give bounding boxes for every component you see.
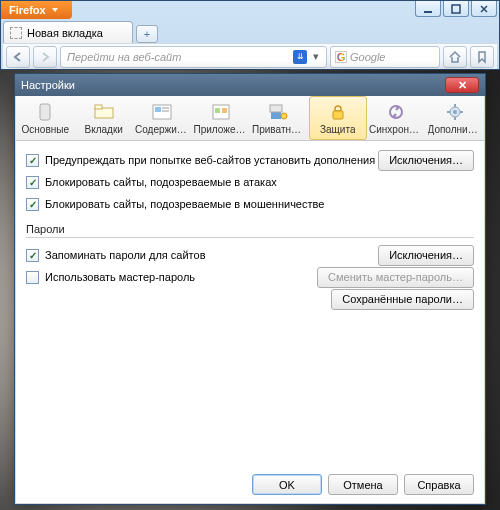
svg-rect-0: [424, 11, 432, 13]
security-icon: [326, 102, 350, 122]
pane-security[interactable]: Защита: [309, 96, 368, 140]
privacy-icon: [267, 102, 291, 122]
window-minimize-button[interactable]: [415, 1, 441, 17]
svg-rect-1: [452, 5, 460, 13]
svg-point-16: [390, 106, 402, 118]
general-icon: [33, 102, 57, 122]
cancel-button[interactable]: Отмена: [328, 474, 398, 495]
bookmarks-button[interactable]: [470, 46, 494, 68]
nav-toolbar: Перейти на веб-сайт ⇊ ▾ G Google: [3, 43, 497, 69]
passwords-section-label: Пароли: [26, 223, 474, 235]
label-remember-passwords: Запоминать пароли для сайтов: [45, 249, 206, 261]
tabs-icon: [92, 102, 116, 122]
svg-rect-4: [95, 105, 102, 109]
tab-label: Новая вкладка: [27, 27, 103, 39]
tab-strip: Новая вкладка +: [3, 21, 497, 43]
apps-icon: [209, 102, 233, 122]
exceptions-addons-button[interactable]: Исключения…: [378, 150, 474, 171]
feed-icon[interactable]: ⇊: [293, 50, 307, 64]
search-bar[interactable]: G Google: [330, 46, 440, 68]
search-placeholder: Google: [350, 51, 385, 63]
dropdown-icon[interactable]: ▾: [309, 50, 323, 64]
svg-rect-13: [270, 105, 282, 112]
firefox-window-chrome: Firefox Новая вкладка + Перейти на веб-с…: [0, 0, 500, 70]
exceptions-passwords-button[interactable]: Исключения…: [378, 245, 474, 266]
label-block-attack: Блокировать сайты, подозреваемые в атака…: [45, 176, 277, 188]
pane-general[interactable]: Основные: [16, 96, 75, 140]
svg-rect-2: [40, 104, 50, 120]
forward-button[interactable]: [33, 46, 57, 68]
home-button[interactable]: [443, 46, 467, 68]
dialog-title: Настройки: [21, 79, 445, 91]
svg-point-14: [281, 113, 287, 119]
checkbox-warn-addons[interactable]: ✓: [26, 154, 39, 167]
svg-rect-6: [155, 107, 161, 112]
window-controls: [413, 1, 497, 17]
dialog-body: Основные Вкладки Содержимое Приложения П…: [15, 96, 485, 504]
checkbox-block-forgery[interactable]: ✓: [26, 198, 39, 211]
firefox-app-menu-button[interactable]: Firefox: [1, 1, 72, 19]
content-icon: [150, 102, 174, 122]
change-master-password-button: Сменить мастер-пароль…: [317, 267, 474, 288]
pane-security-content: ✓ Предупреждать при попытке веб-сайтов у…: [16, 141, 484, 318]
page-icon: [10, 27, 22, 39]
new-tab-button[interactable]: +: [136, 25, 158, 43]
pane-tabs[interactable]: Вкладки: [75, 96, 134, 140]
window-maximize-button[interactable]: [443, 1, 469, 17]
help-button[interactable]: Справка: [404, 474, 474, 495]
url-bar[interactable]: Перейти на веб-сайт ⇊ ▾: [60, 46, 327, 68]
checkbox-master-password[interactable]: [26, 271, 39, 284]
preferences-dialog: Настройки ✕ Основные Вкладки Содержимое …: [14, 73, 486, 505]
pane-advanced[interactable]: Дополнительные: [426, 96, 485, 140]
saved-passwords-button[interactable]: Сохранённые пароли…: [331, 289, 474, 310]
url-placeholder: Перейти на веб-сайт: [67, 51, 181, 63]
label-warn-addons: Предупреждать при попытке веб-сайтов уст…: [45, 154, 375, 166]
urlbar-right-icons: ⇊ ▾: [293, 50, 323, 64]
svg-rect-15: [333, 111, 343, 119]
svg-rect-10: [215, 108, 220, 113]
svg-rect-8: [162, 110, 169, 112]
sync-icon: [384, 102, 408, 122]
window-close-button[interactable]: [471, 1, 497, 17]
ok-button[interactable]: OK: [252, 474, 322, 495]
dialog-footer: OK Отмена Справка: [252, 474, 474, 495]
divider: [26, 237, 474, 238]
pane-content[interactable]: Содержимое: [133, 96, 192, 140]
pane-applications[interactable]: Приложения: [192, 96, 251, 140]
dialog-close-button[interactable]: ✕: [445, 77, 479, 93]
pref-pane-toolbar: Основные Вкладки Содержимое Приложения П…: [16, 96, 484, 141]
firefox-app-menu-label: Firefox: [9, 4, 46, 16]
label-master-password: Использовать мастер-пароль: [45, 271, 195, 283]
dialog-titlebar[interactable]: Настройки ✕: [15, 74, 485, 96]
svg-rect-7: [162, 107, 169, 109]
checkbox-remember-passwords[interactable]: ✓: [26, 249, 39, 262]
google-icon: G: [335, 51, 347, 63]
svg-point-18: [453, 110, 457, 114]
svg-rect-11: [222, 108, 227, 113]
advanced-icon: [443, 102, 467, 122]
label-block-forgery: Блокировать сайты, подозреваемые в мошен…: [45, 198, 324, 210]
checkbox-block-attack[interactable]: ✓: [26, 176, 39, 189]
pane-privacy[interactable]: Приватность: [250, 96, 309, 140]
tab-new[interactable]: Новая вкладка: [3, 21, 133, 43]
back-button[interactable]: [6, 46, 30, 68]
pane-sync[interactable]: Синхронизация: [367, 96, 426, 140]
